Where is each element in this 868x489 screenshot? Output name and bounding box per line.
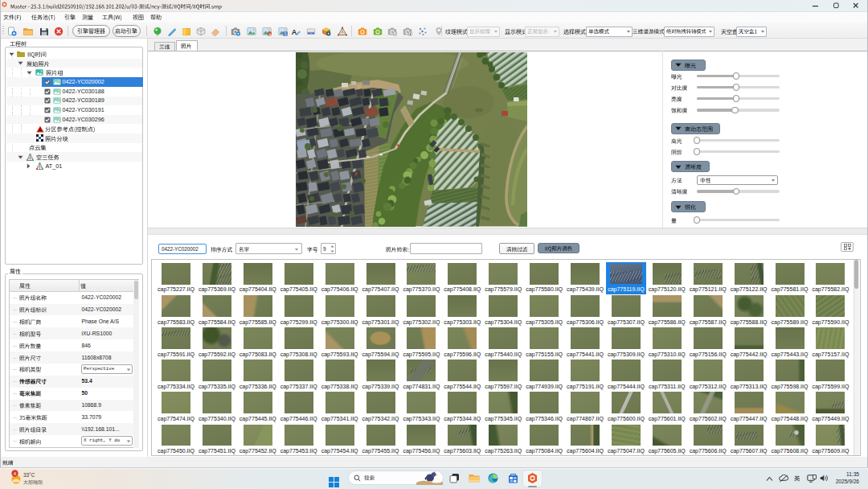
- svg-text:S: S: [284, 31, 286, 35]
